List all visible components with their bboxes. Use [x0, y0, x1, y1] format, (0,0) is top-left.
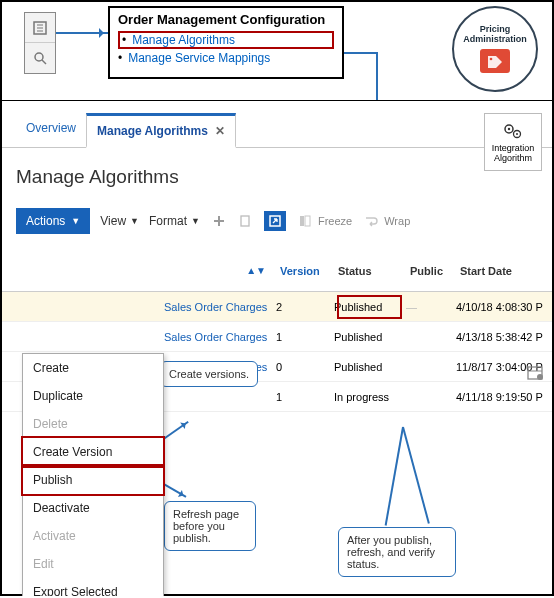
bullet-icon: • — [118, 51, 122, 65]
row-status: Published — [334, 331, 406, 343]
date-picker-icon[interactable] — [526, 363, 544, 384]
col-public[interactable]: Public — [406, 263, 456, 279]
row-start-date: 4/13/18 5:38:42 P — [456, 331, 552, 343]
row-status: In progress — [334, 391, 406, 403]
detach-icon[interactable] — [264, 211, 286, 231]
wrap-button[interactable]: Wrap — [364, 214, 410, 228]
tab-manage-algorithms[interactable]: Manage Algorithms ✕ — [86, 113, 236, 148]
arrow-to-omc — [56, 32, 108, 34]
row-version: 0 — [276, 361, 334, 373]
search-icon[interactable] — [25, 43, 55, 73]
row-version: 2 — [276, 301, 334, 313]
menu-item-duplicate[interactable]: Duplicate — [23, 382, 163, 410]
setup-icon-stack — [24, 12, 56, 74]
pricing-admin-badge[interactable]: Pricing Administration — [452, 6, 538, 92]
actions-menu-button[interactable]: Actions▼ — [16, 208, 90, 234]
col-version[interactable]: Version — [276, 263, 334, 279]
row-version: 1 — [276, 331, 334, 343]
clipboard-icon[interactable] — [238, 214, 252, 228]
svg-point-8 — [508, 128, 510, 130]
omc-link-manage-service-mappings[interactable]: • Manage Service Mappings — [118, 51, 334, 65]
menu-item-create-version[interactable]: Create Version — [23, 438, 163, 466]
workflow-diagram: Order Management Configuration • Manage … — [2, 2, 552, 100]
chevron-down-icon: ▼ — [130, 216, 139, 226]
menu-item-create[interactable]: Create — [23, 354, 163, 382]
tab-overview[interactable]: Overview — [16, 113, 86, 147]
omc-title: Order Management Configuration — [118, 12, 334, 27]
menu-item-delete: Delete — [23, 410, 163, 438]
tab-close-icon[interactable]: ✕ — [215, 124, 225, 138]
callout-create-versions: Create versions. — [160, 361, 258, 387]
col-name[interactable]: ▲▼ — [164, 263, 276, 278]
row-version: 1 — [276, 391, 334, 403]
svg-point-19 — [537, 374, 543, 380]
svg-rect-15 — [300, 216, 304, 226]
view-menu-button[interactable]: View▼ — [100, 214, 139, 228]
status-highlight-box — [337, 295, 402, 319]
menu-item-export-selected[interactable]: Export Selected — [23, 578, 163, 596]
chevron-down-icon: ▼ — [191, 216, 200, 226]
integration-algorithm-button[interactable]: Integration Algorithm — [484, 113, 542, 171]
arrow-elbow-v1 — [376, 52, 378, 92]
freeze-button[interactable]: Freeze — [298, 214, 352, 228]
menu-item-deactivate[interactable]: Deactivate — [23, 494, 163, 522]
menu-item-publish[interactable]: Publish — [23, 466, 163, 494]
chevron-down-icon: ▼ — [71, 216, 80, 226]
row-start-date: 4/11/18 9:19:50 P — [456, 391, 552, 403]
arrow-elbow-h — [344, 52, 378, 54]
svg-rect-13 — [241, 216, 249, 226]
svg-rect-16 — [305, 216, 310, 226]
svg-line-5 — [42, 60, 46, 64]
row-status: Published — [334, 361, 406, 373]
callout-arrow — [402, 427, 429, 524]
sort-indicator-icon: ▲▼ — [246, 265, 266, 276]
table-row[interactable]: Sales Order Charges 1 Published 4/13/18 … — [2, 322, 552, 352]
col-status[interactable]: Status — [334, 263, 406, 279]
list-icon[interactable] — [25, 13, 55, 43]
tab-bar: Overview Manage Algorithms ✕ — [2, 101, 552, 148]
add-row-icon[interactable] — [212, 214, 226, 228]
row-start-date: 4/10/18 4:08:30 P — [456, 301, 552, 313]
callout-after-publish: After you publish, refresh, and verify s… — [338, 527, 456, 577]
row-name-link[interactable]: Sales Order Charges — [164, 301, 276, 313]
table-toolbar: Actions▼ View▼ Format▼ Freeze — [2, 206, 552, 236]
svg-point-10 — [516, 133, 518, 135]
menu-item-edit: Edit — [23, 550, 163, 578]
omc-config-panel: Order Management Configuration • Manage … — [108, 6, 344, 79]
menu-item-activate: Activate — [23, 522, 163, 550]
page-title: Manage Algorithms — [16, 166, 552, 188]
main-app-panel: Overview Manage Algorithms ✕ Integration… — [2, 100, 552, 594]
table-row[interactable]: Sales Order Charges 2 Published — 4/10/1… — [2, 292, 552, 322]
table-header-row: ▲▼ Version Status Public Start Date — [2, 250, 552, 292]
actions-dropdown-menu: Create Duplicate Delete Create Version P… — [22, 353, 164, 596]
price-tag-icon — [480, 49, 510, 73]
gears-icon — [502, 121, 524, 141]
format-menu-button[interactable]: Format▼ — [149, 214, 200, 228]
row-public: — — [406, 301, 456, 313]
svg-point-4 — [35, 53, 43, 61]
svg-point-6 — [490, 58, 493, 61]
row-name-link[interactable]: Sales Order Charges — [164, 331, 276, 343]
col-start-date[interactable]: Start Date — [456, 263, 540, 279]
omc-link-manage-algorithms[interactable]: • Manage Algorithms — [118, 31, 334, 49]
callout-arrow — [385, 427, 404, 526]
bullet-icon: • — [122, 33, 126, 47]
callout-refresh-before-publish: Refresh page before you publish. — [164, 501, 256, 551]
